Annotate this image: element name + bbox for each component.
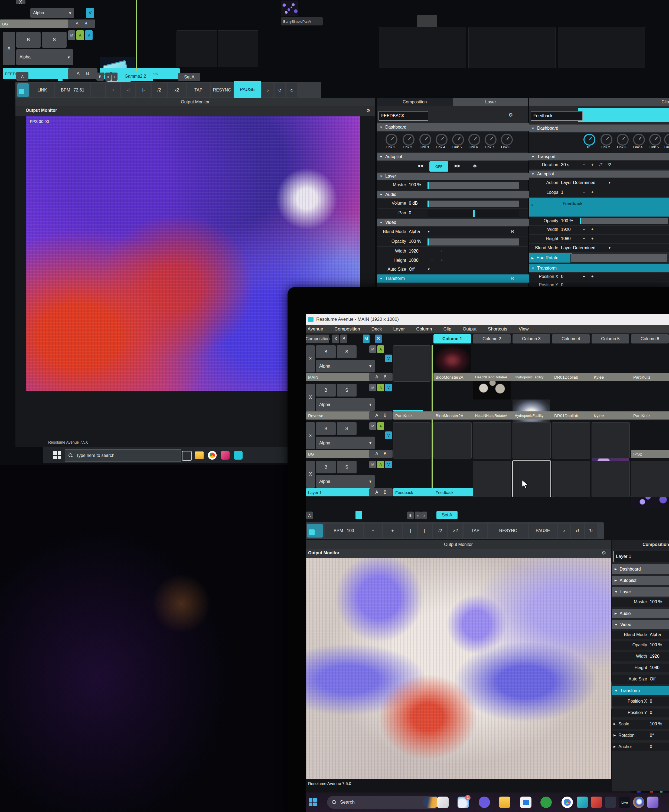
video-toggle[interactable]: V [85, 30, 92, 40]
dashboard-knob[interactable] [452, 134, 464, 146]
param-value[interactable]: 1080 [650, 665, 659, 670]
resync-button[interactable]: RESYNC [211, 83, 233, 97]
bypass-button[interactable]: B [16, 32, 40, 48]
empty-clip-cell[interactable] [631, 461, 669, 497]
menu-layer[interactable]: Layer [393, 326, 405, 332]
tap-button[interactable]: TAP [464, 523, 487, 538]
empty-clip-cell[interactable] [592, 461, 630, 497]
stepper-minus[interactable]: − [431, 249, 433, 253]
layer-name-bg[interactable]: BG [306, 450, 373, 458]
chrome-icon[interactable] [208, 451, 217, 460]
crossfade-a[interactable]: A [77, 71, 80, 76]
set-a-tab[interactable]: Set A [437, 511, 457, 519]
weather-icon[interactable]: 1 [457, 797, 469, 808]
solo-button[interactable]: S [337, 422, 356, 435]
alpha-blend-dropdown[interactable]: Alpha▾ [30, 8, 74, 18]
start-button[interactable] [53, 451, 61, 459]
composition-master-button[interactable]: M [363, 334, 370, 343]
empty-clip-cell[interactable] [592, 422, 630, 458]
param-value[interactable]: 30 s [561, 163, 569, 167]
composition-tab[interactable]: Composition [377, 98, 453, 106]
empty-clip-cell[interactable] [379, 27, 466, 68]
quantize-icon[interactable]: ♪ [262, 83, 274, 97]
crossfade-ab[interactable]: AB [369, 450, 393, 458]
chrome-icon[interactable] [561, 797, 573, 808]
section-audio[interactable]: ▶Audio [612, 609, 669, 618]
autopilot-random-icon[interactable]: ∗ [470, 163, 480, 169]
bypass-button[interactable]: B [316, 346, 336, 358]
composition-clear-button[interactable]: X [332, 334, 339, 343]
menu-shortcuts[interactable]: Shortcuts [488, 326, 508, 332]
master-toggle[interactable]: M [369, 422, 377, 430]
skip-forward-icon[interactable]: » [421, 512, 427, 519]
menu-clip[interactable]: Clip [444, 326, 451, 332]
app-icon-dark[interactable] [605, 797, 616, 808]
crossfade-b[interactable]: B [384, 490, 387, 495]
empty-clip-cell[interactable] [473, 422, 511, 458]
crossfade-ab[interactable]: AB [68, 20, 95, 28]
bpm-plus-button[interactable]: + [106, 83, 120, 97]
alpha-blend-dropdown[interactable]: Alpha▾ [316, 436, 375, 449]
section-dashboard[interactable]: ▼Dashboard [529, 124, 669, 132]
xbox-icon[interactable] [540, 797, 552, 808]
dashboard-knob[interactable] [403, 134, 415, 146]
dashboard-knob[interactable] [649, 134, 661, 146]
solo-button[interactable]: S [42, 32, 67, 48]
stepper-minus[interactable]: − [583, 236, 585, 241]
dashboard-knob[interactable] [600, 134, 612, 146]
clip-opacity-slider[interactable] [579, 218, 668, 225]
crossfade-b[interactable]: B [86, 71, 89, 76]
column-header-3[interactable]: Column 3 [513, 334, 550, 344]
autopilot-prev-icon[interactable]: ◀◀ [414, 163, 426, 168]
param-value[interactable]: 0 dB [409, 201, 418, 206]
redo-icon[interactable]: ↻ [286, 83, 297, 97]
dashboard-knob[interactable] [468, 134, 480, 146]
param-value[interactable]: 1080 [409, 258, 419, 263]
clip-label[interactable]: BlobMonster2A [434, 411, 476, 419]
empty-clip-cell[interactable] [218, 30, 258, 67]
param-value[interactable]: 1920 [561, 227, 571, 232]
undo-icon[interactable]: ↺ [571, 523, 584, 538]
param-value[interactable]: 100 % [409, 183, 421, 187]
dashboard-knob[interactable] [617, 134, 629, 146]
stepper-minus[interactable]: − [431, 258, 433, 262]
dashboard-knob[interactable] [485, 134, 496, 146]
dropdown-icon[interactable]: ▾ [428, 267, 430, 271]
clip-label[interactable]: BlobMonster2A [434, 373, 476, 381]
deck-a-button[interactable]: A [16, 72, 29, 81]
audio-toggle[interactable]: A [377, 461, 384, 468]
dashboard-knob[interactable] [385, 134, 397, 146]
clip-label[interactable]: DR01Dcollab [552, 373, 594, 381]
empty-clip-cell[interactable] [473, 461, 511, 497]
audio-toggle[interactable]: A [76, 30, 84, 40]
app-icon-teal[interactable] [577, 797, 588, 808]
duration-double[interactable]: *2 [608, 163, 611, 167]
clip-label[interactable]: HeadNHandRotateA [473, 411, 515, 419]
layer-name-bg[interactable]: BG [0, 20, 71, 28]
clip-progress-bar[interactable] [578, 108, 669, 122]
master-toggle[interactable]: M [369, 346, 377, 353]
param-value[interactable]: 0 [650, 744, 652, 749]
empty-clip-cell[interactable] [468, 27, 556, 68]
output-monitor-tab[interactable]: Output Monitor [15, 98, 375, 106]
skip-forward-icon[interactable]: » [111, 72, 118, 81]
clip-thumb-blobmonster[interactable] [434, 346, 471, 372]
param-value[interactable]: 100 % [409, 239, 421, 244]
clip-label[interactable]: HydroponicFacility [513, 411, 555, 419]
empty-clip-cell-hovered[interactable] [513, 461, 551, 497]
empty-clip-cell[interactable] [552, 461, 590, 497]
crossfade-a[interactable]: A [375, 374, 378, 379]
composition-name-input[interactable]: FEEDBACK [378, 111, 428, 121]
crossfade-b[interactable]: B [384, 451, 387, 456]
section-transform[interactable]: ▼Transform [612, 686, 669, 695]
task-view-icon[interactable] [182, 451, 192, 461]
deck-b-button[interactable]: B [96, 72, 104, 81]
menu-view[interactable]: View [519, 326, 529, 332]
bpm-minus-button[interactable]: − [91, 83, 105, 97]
dropdown-icon[interactable]: ▾ [608, 245, 610, 250]
opacity-slider[interactable] [427, 238, 519, 246]
param-value[interactable]: 1920 [650, 654, 659, 659]
stepper-plus[interactable]: + [591, 227, 593, 232]
param-value[interactable]: 1080 [561, 236, 571, 241]
clip-reference-row[interactable] [529, 198, 669, 216]
